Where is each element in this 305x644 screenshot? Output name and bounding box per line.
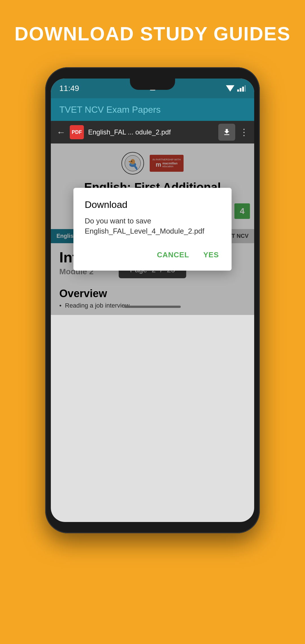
signal-icon (237, 85, 246, 92)
svg-rect-3 (242, 87, 244, 92)
wifi-icon (226, 85, 234, 92)
page-title: DOWNLOAD STUDY GUIDES (14, 23, 291, 45)
cancel-button[interactable]: CANCEL (156, 248, 191, 262)
status-time: 11:49 (59, 84, 79, 93)
status-bar: 11:49 ☁ (51, 79, 254, 98)
more-button[interactable]: ⋮ (239, 127, 249, 138)
pdf-content: IN PARTNERSHIP WITH m macmillan educatio… (51, 143, 254, 315)
download-button[interactable] (218, 124, 235, 141)
download-icon (223, 128, 231, 136)
app-bar-title: TVET NCV Exam Papers (59, 105, 161, 115)
pdf-toolbar: ← PDF English_FAL ... odule_2.pdf ⋮ (51, 121, 254, 143)
dialog-overlay: Download Do you want to save English_FAL… (51, 143, 254, 315)
dialog-title: Download (85, 199, 220, 210)
app-bar: TVET NCV Exam Papers (51, 98, 254, 121)
dialog-message: Do you want to save English_FAL_Level_4_… (85, 216, 220, 236)
svg-rect-1 (237, 90, 239, 92)
pdf-filename: English_FAL ... odule_2.pdf (88, 128, 214, 136)
status-icons (226, 85, 246, 92)
svg-rect-4 (245, 85, 246, 92)
svg-marker-0 (226, 85, 234, 92)
yes-button[interactable]: YES (202, 248, 220, 262)
back-button[interactable]: ← (56, 127, 66, 138)
svg-rect-2 (240, 88, 241, 92)
download-dialog: Download Do you want to save English_FAL… (73, 188, 232, 271)
phone-screen: 11:49 ☁ TVET NCV Exam Papers (51, 79, 254, 522)
phone-shell: 11:49 ☁ TVET NCV Exam Papers (45, 67, 260, 533)
dialog-actions: CANCEL YES (85, 248, 220, 262)
notch (130, 79, 175, 90)
pdf-icon: PDF (70, 125, 84, 139)
